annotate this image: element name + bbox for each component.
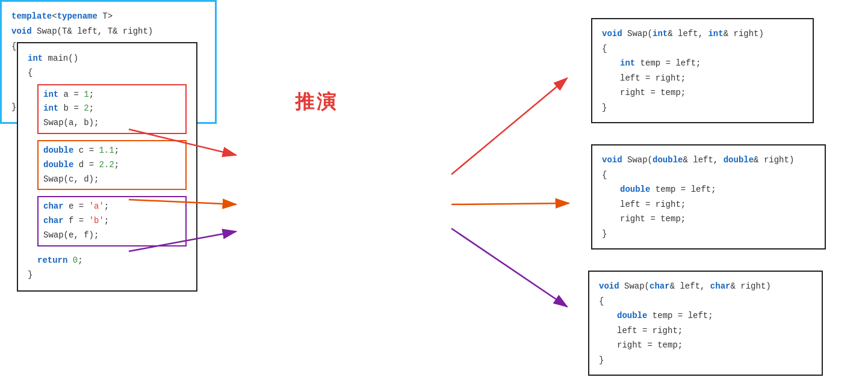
ri-line5: right = temp;	[620, 85, 803, 100]
int-subbox: int a = 1; int b = 2; Swap(a, b);	[37, 84, 187, 134]
ri-line3: int temp = left;	[620, 56, 803, 71]
double-line3: Swap(c, d);	[43, 173, 181, 187]
return-line: return 0;	[28, 254, 187, 268]
main-end: }	[28, 268, 187, 283]
ri-line6: }	[602, 100, 803, 115]
char-subbox: char e = 'a'; char f = 'b'; Swap(e, f);	[37, 196, 187, 246]
int-line2: int b = 2;	[43, 102, 181, 116]
ri-line1: void Swap(int& left, int& right)	[602, 26, 803, 41]
char-line3: Swap(e, f);	[43, 228, 181, 243]
main-line2: {	[28, 66, 187, 81]
rd-line2: {	[602, 168, 815, 183]
right-double-box: void Swap(double& left, double& right) {…	[591, 144, 826, 250]
rd-line3: double temp = left;	[620, 182, 815, 197]
arrow-purple-right	[451, 228, 567, 307]
char-line2: char f = 'b';	[43, 214, 181, 228]
double-subbox: double c = 1.1; double d = 2.2; Swap(c, …	[37, 140, 187, 190]
rc-line2: {	[599, 294, 812, 309]
main-container: 推演 int main() { int a = 1; int b = 2; Sw…	[0, 0, 868, 392]
rc-line3: double temp = left;	[617, 308, 812, 323]
main-code-box: int main() { int a = 1; int b = 2; Swap(…	[17, 42, 197, 292]
tpl-line2: void Swap(T& left, T& right)	[11, 24, 205, 39]
arrow-red-right	[451, 78, 567, 174]
rc-line5: right = temp;	[617, 338, 812, 353]
int-line1: int a = 1;	[43, 88, 181, 102]
main-line1: int main()	[28, 52, 187, 66]
tuiyan-label: 推演	[295, 89, 338, 115]
tpl-line1: template<typename T>	[11, 9, 205, 24]
int-line3: Swap(a, b);	[43, 116, 181, 130]
double-line2: double d = 2.2;	[43, 158, 181, 173]
right-int-box: void Swap(int& left, int& right) { int t…	[591, 18, 814, 123]
rc-line6: }	[599, 353, 812, 368]
rd-line6: }	[602, 227, 815, 242]
right-char-box: void Swap(char& left, char& right) { dou…	[588, 271, 823, 376]
rd-line5: right = temp;	[620, 212, 815, 227]
double-line1: double c = 1.1;	[43, 144, 181, 158]
arrow-orange-right	[451, 203, 569, 204]
rc-line4: left = right;	[617, 323, 812, 338]
rd-line4: left = right;	[620, 197, 815, 212]
ri-line4: left = right;	[620, 71, 803, 86]
char-line1: char e = 'a';	[43, 200, 181, 214]
rc-line1: void Swap(char& left, char& right)	[599, 279, 812, 294]
ri-line2: {	[602, 41, 803, 57]
rd-line1: void Swap(double& left, double& right)	[602, 153, 815, 168]
